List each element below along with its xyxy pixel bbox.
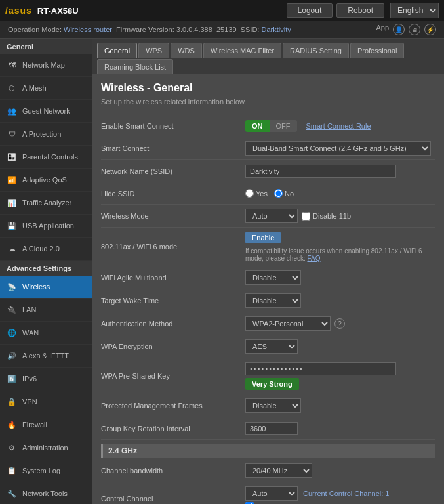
sidebar-label-alexa: Alexa & IFTTT: [22, 352, 69, 360]
usb-icon[interactable]: ⚡: [424, 24, 436, 35]
sidebar-item-admin[interactable]: ⚙ Administration: [0, 436, 92, 459]
ipv6-icon: 6️⃣: [5, 372, 18, 385]
bw-24-select[interactable]: 20/40 MHz: [245, 463, 312, 478]
sidebar-item-alexa[interactable]: 🔊 Alexa & IFTTT: [0, 345, 92, 368]
row-wpa-enc: WPA Encryption AES: [101, 335, 435, 358]
layout: General 🗺 Network Map ⬡ AiMesh 👥 Guest N…: [0, 39, 444, 504]
sidebar-item-guest-network[interactable]: 👥 Guest Network: [0, 100, 92, 123]
sidebar-label-network-tools: Network Tools: [22, 490, 68, 497]
sidebar-item-ipv6[interactable]: 6️⃣ IPv6: [0, 368, 92, 390]
radio-yes-input[interactable]: [245, 189, 254, 198]
wpa-enc-select[interactable]: AES: [245, 339, 298, 354]
person-icon[interactable]: 👤: [393, 24, 405, 35]
ctrl-24-current: Current Control Channel: 1: [303, 490, 389, 497]
top-bar: /asus RT-AX58U Logout Reboot English: [0, 0, 444, 21]
sidebar-label-usb: USB Application: [22, 222, 74, 230]
ssid-input[interactable]: [245, 165, 396, 178]
radio-no[interactable]: No: [274, 189, 294, 198]
wifi6-enable-btn[interactable]: Enable: [245, 232, 281, 243]
ctrl-auth: WPA2-Personal ?: [245, 316, 435, 331]
wireless-mode-select[interactable]: Auto: [245, 209, 298, 223]
tab-mac-filter[interactable]: Wireless MAC Filter: [203, 43, 281, 58]
general-section-header: General: [0, 39, 92, 54]
sidebar-item-adaptive-qos[interactable]: 📶 Adaptive QoS: [0, 169, 92, 192]
gkri-input[interactable]: [245, 422, 298, 435]
info-bar: Operation Mode: Wireless router Firmware…: [0, 21, 444, 39]
smart-connect-toggle[interactable]: ON OFF: [245, 120, 297, 132]
ctrl-wifi6: Enable If compatibility issue occurs whe…: [245, 232, 435, 262]
label-auth: Authentication Method: [101, 320, 245, 327]
logout-button[interactable]: Logout: [287, 3, 333, 18]
aiprotection-icon: 🛡: [5, 127, 18, 140]
fw-value: 3.0.0.4.388_25139: [176, 26, 237, 33]
wpa-key-input[interactable]: [245, 362, 396, 375]
op-mode-label: Operation Mode:: [8, 26, 62, 33]
tab-radius[interactable]: RADIUS Setting: [283, 43, 349, 58]
sidebar-label-guest: Guest Network: [22, 107, 70, 115]
sidebar-label-admin: Administration: [22, 444, 68, 452]
smart-connect-select[interactable]: Dual-Band Smart Connect (2.4 GHz and 5 G…: [245, 141, 431, 156]
sidebar-item-network-tools[interactable]: 🔧 Network Tools: [0, 482, 92, 504]
radio-yes[interactable]: Yes: [245, 189, 268, 198]
strength-badge: Very Strong: [245, 378, 299, 390]
sidebar-item-firewall[interactable]: 🔥 Firewall: [0, 413, 92, 436]
ctrl-bw-24: 20/40 MHz: [245, 463, 435, 478]
disable-11b-label[interactable]: Disable 11b: [302, 212, 351, 220]
sidebar-label-qos: Adaptive QoS: [22, 176, 67, 184]
monitor-icon[interactable]: 🖥: [409, 24, 420, 35]
pmf-select[interactable]: Disable: [245, 398, 301, 413]
sidebar-item-wan[interactable]: 🌐 WAN: [0, 322, 92, 345]
label-ctrl-24: Control Channel: [101, 495, 245, 503]
radio-no-input[interactable]: [274, 189, 283, 198]
sidebar-item-vpn[interactable]: 🔒 VPN: [0, 390, 92, 413]
smart-connect-link[interactable]: Smart Connect Rule: [306, 122, 371, 130]
ctrl-wpa-enc: AES: [245, 339, 435, 354]
row-pmf: Protected Management Frames Disable: [101, 394, 435, 417]
tab-wds[interactable]: WDS: [171, 43, 202, 58]
agile-select[interactable]: Disable: [245, 270, 301, 285]
sidebar-item-parental[interactable]: 👨‍👧 Parental Controls: [0, 146, 92, 169]
admin-icon: ⚙: [5, 441, 18, 454]
sidebar-label-syslog: System Log: [22, 467, 60, 474]
fw-label: Firmware Version:: [116, 26, 174, 33]
op-mode-value[interactable]: Wireless router: [64, 26, 112, 33]
wifi6-info-text: If compatibility issue occurs when enabl…: [245, 247, 435, 262]
sidebar-item-network-map[interactable]: 🗺 Network Map: [0, 54, 92, 77]
sidebar-item-aimesh[interactable]: ⬡ AiMesh: [0, 77, 92, 100]
page-desc: Set up the wireless related information …: [101, 98, 435, 106]
sidebar-item-usb[interactable]: 💾 USB Application: [0, 215, 92, 238]
label-smart-connect: Smart Connect: [101, 144, 245, 152]
wifi6-faq-link[interactable]: FAQ: [308, 255, 321, 262]
sidebar-item-lan[interactable]: 🔌 LAN: [0, 299, 92, 322]
sidebar-item-traffic[interactable]: 📊 Traffic Analyzer: [0, 192, 92, 215]
sidebar-item-aicloud[interactable]: ☁ AiCloud 2.0: [0, 238, 92, 261]
sidebar-label-lan: LAN: [22, 306, 36, 314]
sidebar-label-parental: Parental Controls: [22, 153, 78, 161]
auth-help-icon[interactable]: ?: [334, 318, 345, 329]
guest-icon: 👥: [5, 104, 18, 117]
app-label: App: [376, 24, 389, 35]
model-name: RT-AX58U: [37, 6, 79, 16]
reboot-button[interactable]: Reboot: [336, 3, 384, 18]
aimesh-icon: ⬡: [5, 81, 18, 94]
tab-professional[interactable]: Professional: [350, 43, 405, 58]
row-ssid: Network Name (SSID): [101, 160, 435, 182]
tab-wps[interactable]: WPS: [138, 43, 169, 58]
auth-select[interactable]: WPA2-Personal: [245, 316, 331, 331]
disable-11b-checkbox[interactable]: [302, 212, 310, 220]
row-agile: WiFi Agile Multiband Disable: [101, 266, 435, 289]
ssid-value[interactable]: Darktivity: [261, 26, 291, 33]
label-wpa-enc: WPA Encryption: [101, 343, 245, 350]
tab-roaming[interactable]: Roaming Block List: [97, 59, 173, 74]
row-wifi6: 802.11ax / WiFi 6 mode Enable If compati…: [101, 228, 435, 266]
ctrl-wake-time: Disable: [245, 293, 435, 308]
sidebar-item-aiprotection[interactable]: 🛡 AiProtection: [0, 123, 92, 146]
sidebar-item-wireless[interactable]: 📡 Wireless: [0, 276, 92, 299]
tab-general[interactable]: General: [97, 43, 137, 58]
ctrl-24-select[interactable]: Auto: [245, 486, 298, 501]
wake-time-select[interactable]: Disable: [245, 293, 301, 308]
row-smart-connect: Smart Connect Dual-Band Smart Connect (2…: [101, 137, 435, 160]
ctrl-smart-connect: Dual-Band Smart Connect (2.4 GHz and 5 G…: [245, 141, 435, 156]
language-select[interactable]: English: [390, 3, 439, 18]
sidebar-item-syslog[interactable]: 📋 System Log: [0, 459, 92, 482]
